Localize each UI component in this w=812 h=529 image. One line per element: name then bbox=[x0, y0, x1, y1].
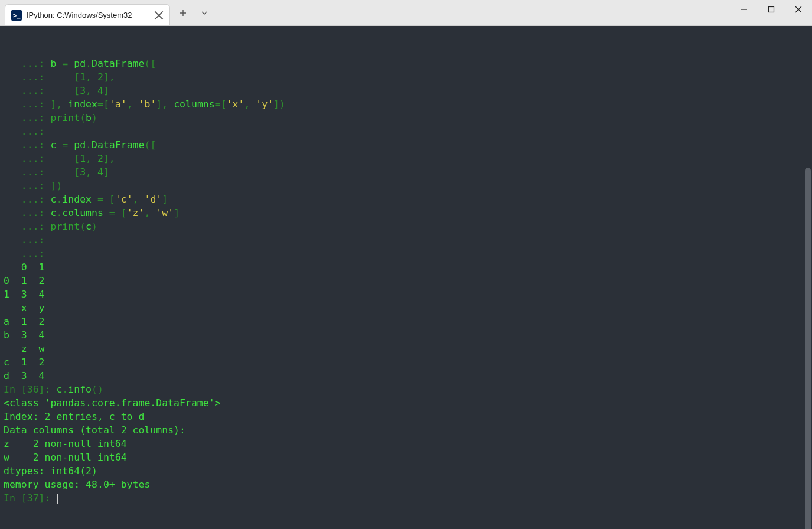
code-line: ...: b = pd.DataFrame([ bbox=[4, 57, 808, 70]
code-line: ...: bbox=[4, 247, 808, 260]
code-line: ...: [3, 4] bbox=[4, 165, 808, 179]
output-line: 0 1 bbox=[4, 260, 808, 274]
new-tab-button[interactable] bbox=[174, 4, 193, 22]
terminal-view[interactable]: ...: b = pd.DataFrame([ ...: [1, 2], ...… bbox=[0, 26, 812, 529]
output-line: x y bbox=[4, 301, 808, 315]
scrollbar-thumb[interactable] bbox=[805, 168, 811, 529]
titlebar: >_ IPython: C:Windows/System32 bbox=[0, 0, 812, 26]
output-line: Index: 2 entries, c to d bbox=[4, 410, 808, 423]
tab-strip: >_ IPython: C:Windows/System32 bbox=[0, 0, 170, 25]
cursor bbox=[57, 494, 58, 504]
code-line: ...: c = pd.DataFrame([ bbox=[4, 138, 808, 152]
tab-dropdown-button[interactable] bbox=[195, 4, 214, 22]
minimize-button[interactable] bbox=[731, 0, 758, 19]
close-window-button[interactable] bbox=[785, 0, 812, 19]
output-line: b 3 4 bbox=[4, 328, 808, 342]
code-line: ...: c.columns = ['z', 'w'] bbox=[4, 206, 808, 220]
code-line: ...: ], index=['a', 'b'], columns=['x', … bbox=[4, 97, 808, 111]
prompt-line: In [37]: bbox=[4, 491, 808, 505]
code-line: ...: bbox=[4, 233, 808, 247]
output-line: a 1 2 bbox=[4, 315, 808, 328]
tabbar-buttons bbox=[170, 0, 214, 25]
code-line: ...: bbox=[4, 125, 808, 138]
code-line: ...: ]) bbox=[4, 179, 808, 192]
output-line: 0 1 2 bbox=[4, 274, 808, 288]
output-line: z 2 non-null int64 bbox=[4, 437, 808, 450]
prompt-line: In [36]: c.info() bbox=[4, 383, 808, 396]
window-controls bbox=[731, 0, 812, 21]
code-line: ...: print(c) bbox=[4, 220, 808, 233]
code-line: ...: print(b) bbox=[4, 111, 808, 125]
output-line: Data columns (total 2 columns): bbox=[4, 423, 808, 437]
output-line: <class 'pandas.core.frame.DataFrame'> bbox=[4, 396, 808, 410]
code-line: ...: c.index = ['c', 'd'] bbox=[4, 192, 808, 206]
code-line: ...: [1, 2], bbox=[4, 70, 808, 84]
output-line: c 1 2 bbox=[4, 355, 808, 369]
close-tab-button[interactable] bbox=[154, 11, 164, 20]
tab-title: IPython: C:Windows/System32 bbox=[27, 11, 132, 19]
tab-ipython[interactable]: >_ IPython: C:Windows/System32 bbox=[5, 4, 170, 25]
code-line: ...: [3, 4] bbox=[4, 84, 808, 97]
output-line: dtypes: int64(2) bbox=[4, 464, 808, 478]
scrollbar[interactable] bbox=[804, 26, 812, 529]
maximize-button[interactable] bbox=[758, 0, 785, 19]
svg-rect-0 bbox=[769, 7, 774, 12]
output-line: memory usage: 48.0+ bytes bbox=[4, 478, 808, 491]
output-line: d 3 4 bbox=[4, 369, 808, 383]
output-line: w 2 non-null int64 bbox=[4, 450, 808, 464]
output-line: 1 3 4 bbox=[4, 288, 808, 301]
output-line: z w bbox=[4, 342, 808, 355]
code-line: ...: [1, 2], bbox=[4, 152, 808, 165]
powershell-icon: >_ bbox=[11, 10, 22, 21]
